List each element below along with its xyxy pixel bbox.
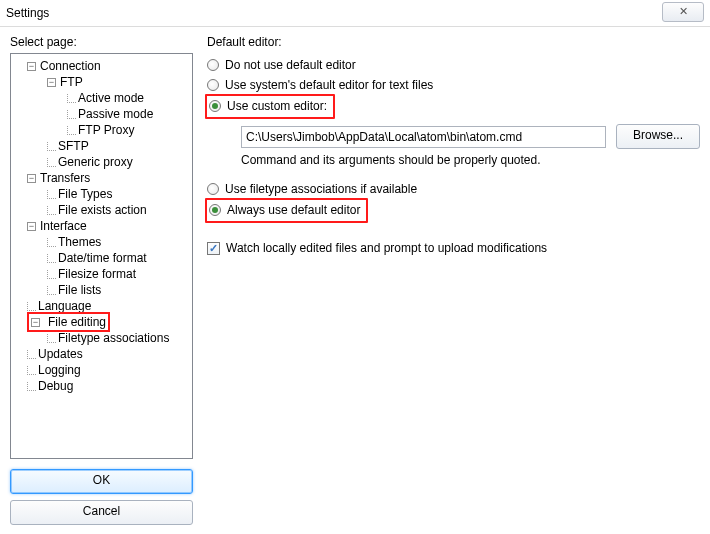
- quote-hint: Command and its arguments should be prop…: [241, 153, 700, 167]
- tree-file-exists[interactable]: File exists action: [58, 202, 147, 218]
- tree-file-editing[interactable]: File editing: [48, 314, 106, 330]
- toggle-connection[interactable]: [27, 62, 36, 71]
- toggle-ftp[interactable]: [47, 78, 56, 87]
- option-custom-editor[interactable]: Use custom editor:: [207, 95, 700, 118]
- radio-custom-editor[interactable]: [209, 100, 221, 112]
- tree-filetype-assoc[interactable]: Filetype associations: [58, 330, 169, 346]
- tree-date-time[interactable]: Date/time format: [58, 250, 147, 266]
- radio-system-default-label: Use system's default editor for text fil…: [225, 75, 433, 95]
- tree-updates[interactable]: Updates: [38, 346, 83, 362]
- radio-filetype-assoc[interactable]: [207, 183, 219, 195]
- settings-tree[interactable]: Connection FTP Active mode Passive mode …: [10, 53, 193, 459]
- toggle-file-editing[interactable]: [31, 318, 40, 327]
- tree-file-lists[interactable]: File lists: [58, 282, 101, 298]
- dialog-buttons: OK Cancel: [10, 469, 193, 525]
- tree-active-mode[interactable]: Active mode: [78, 90, 144, 106]
- tree-interface[interactable]: Interface: [40, 218, 87, 234]
- ok-button[interactable]: OK: [10, 469, 193, 494]
- tree-ftp[interactable]: FTP: [60, 74, 83, 90]
- tree-passive-mode[interactable]: Passive mode: [78, 106, 153, 122]
- tree-sftp[interactable]: SFTP: [58, 138, 89, 154]
- tree-ftp-proxy[interactable]: FTP Proxy: [78, 122, 134, 138]
- radio-no-default[interactable]: [207, 59, 219, 71]
- toggle-interface[interactable]: [27, 222, 36, 231]
- tree-generic-proxy[interactable]: Generic proxy: [58, 154, 133, 170]
- radio-filetype-assoc-label: Use filetype associations if available: [225, 179, 417, 199]
- settings-window: Settings ✕ Select page: Connection FTP A…: [0, 0, 710, 534]
- tree-transfers[interactable]: Transfers: [40, 170, 90, 186]
- tree-filesize[interactable]: Filesize format: [58, 266, 136, 282]
- radio-no-default-label: Do not use default editor: [225, 55, 356, 75]
- left-panel: Select page: Connection FTP Active mode …: [10, 35, 193, 525]
- tree-file-types[interactable]: File Types: [58, 186, 112, 202]
- window-title: Settings: [6, 6, 49, 20]
- tree-connection[interactable]: Connection: [40, 58, 101, 74]
- option-watch-files[interactable]: Watch locally edited files and prompt to…: [207, 238, 700, 258]
- highlight-custom-editor: Use custom editor:: [205, 94, 335, 119]
- option-no-default[interactable]: Do not use default editor: [207, 55, 700, 75]
- settings-content: Default editor: Do not use default edito…: [203, 35, 700, 525]
- highlight-file-editing: File editing: [27, 312, 110, 332]
- option-filetype-assoc[interactable]: Use filetype associations if available: [207, 179, 700, 199]
- option-system-default[interactable]: Use system's default editor for text fil…: [207, 75, 700, 95]
- radio-custom-editor-label: Use custom editor:: [227, 96, 327, 116]
- tree-debug[interactable]: Debug: [38, 378, 73, 394]
- checkbox-watch-files[interactable]: [207, 242, 220, 255]
- custom-editor-path-input[interactable]: C:\Users\Jimbob\AppData\Local\atom\bin\a…: [241, 126, 606, 148]
- radio-always-default[interactable]: [209, 204, 221, 216]
- toggle-transfers[interactable]: [27, 174, 36, 183]
- option-always-default[interactable]: Always use default editor: [207, 199, 700, 222]
- close-button[interactable]: ✕: [662, 2, 704, 22]
- browse-button[interactable]: Browse...: [616, 124, 700, 149]
- radio-system-default[interactable]: [207, 79, 219, 91]
- tree-logging[interactable]: Logging: [38, 362, 81, 378]
- checkbox-watch-files-label: Watch locally edited files and prompt to…: [226, 238, 547, 258]
- cancel-button[interactable]: Cancel: [10, 500, 193, 525]
- titlebar: Settings ✕: [0, 0, 710, 27]
- default-editor-label: Default editor:: [207, 35, 700, 49]
- radio-always-default-label: Always use default editor: [227, 200, 360, 220]
- select-page-label: Select page:: [10, 35, 193, 49]
- highlight-always-default: Always use default editor: [205, 198, 368, 223]
- tree-themes[interactable]: Themes: [58, 234, 101, 250]
